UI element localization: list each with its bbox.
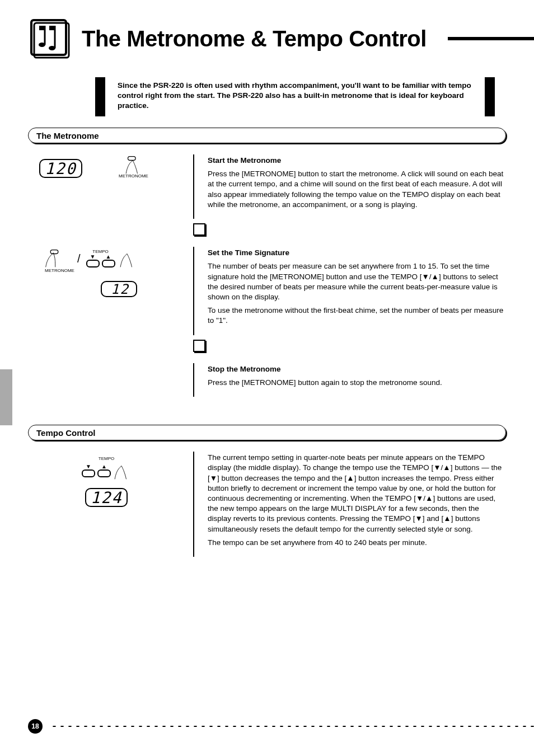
tempo-text-1: The current tempo setting in quarter-not… — [208, 453, 504, 534]
svg-rect-9 — [50, 250, 58, 254]
page-title: The Metronome & Tempo Control — [82, 26, 427, 51]
tempo-down-button-2[interactable] — [82, 469, 95, 477]
tempo-down-button[interactable] — [86, 260, 100, 267]
tempo-text-2: The tempo can be set anywhere from 40 to… — [208, 538, 504, 548]
step-1: 120 METRONOME Start the Metronome Press … — [28, 154, 506, 219]
tempo-up-button-2[interactable] — [97, 469, 111, 477]
tempo-label-2: TEMPO — [99, 456, 114, 461]
slash-icon: / — [77, 249, 81, 265]
intro-text: Since the PSR-220 is often used with rhy… — [118, 81, 472, 111]
step-1-text: Press the [METRONOME] button to start th… — [208, 169, 504, 210]
footer-dots — [50, 725, 534, 727]
nav-square-2 — [193, 340, 205, 352]
step-3: Stop the Metronome Press the [METRONOME]… — [28, 363, 506, 397]
step-3-label: Stop the Metronome — [208, 364, 504, 374]
finger-press-icon — [123, 156, 142, 175]
svg-point-7 — [49, 46, 55, 50]
button-label-metronome-2: METRONOME — [45, 268, 72, 273]
page-number: 18 — [28, 719, 43, 734]
step-3-text: Press the [METRONOME] button again to st… — [208, 378, 504, 388]
step-2-text-1: The number of beats per measure can be s… — [208, 261, 504, 302]
musicnote-icon — [28, 17, 72, 60]
svg-rect-8 — [128, 157, 136, 161]
step-2-text-2: To use the metronome without the first-b… — [208, 306, 504, 326]
section-heading-metronome: The Metronome — [28, 128, 506, 143]
svg-point-6 — [39, 43, 45, 47]
intro-bar-left — [95, 77, 105, 116]
svg-rect-0 — [31, 20, 66, 55]
step-2-label: Set the Time Signature — [208, 248, 504, 258]
step-1-label: Start the Metronome — [208, 156, 504, 166]
lcd-display-120: 120 — [39, 159, 82, 178]
step-2: METRONOME / TEMPO ▼ ▲ 12 — [28, 247, 506, 335]
tempo-up-button[interactable] — [102, 260, 115, 267]
tempo-down-triangle-icon: ▼ — [90, 254, 96, 260]
finger-press-icon-2 — [118, 249, 137, 268]
title-rule — [448, 37, 534, 40]
tempo-block: TEMPO ▼ ▲ 124 The current tempo setting … — [28, 452, 506, 557]
lcd-display-124: 124 — [85, 488, 128, 507]
tempo-up-triangle-icon: ▲ — [106, 254, 111, 260]
tempo-down-triangle-icon-2: ▼ — [86, 464, 91, 469]
page-header: The Metronome & Tempo Control — [28, 17, 506, 60]
nav-square-1 — [193, 223, 205, 236]
page-footer: 18 — [28, 719, 534, 734]
finger-press-icon-3 — [112, 461, 131, 480]
section-heading-tempo: Tempo Control — [28, 425, 506, 440]
tempo-up-triangle-icon-2: ▲ — [101, 464, 107, 469]
lcd-display-12: 12 — [101, 281, 137, 297]
intro-bar-right — [485, 77, 495, 116]
button-label-metronome: METRONOME — [119, 173, 146, 179]
finger-hold-icon — [45, 249, 64, 268]
